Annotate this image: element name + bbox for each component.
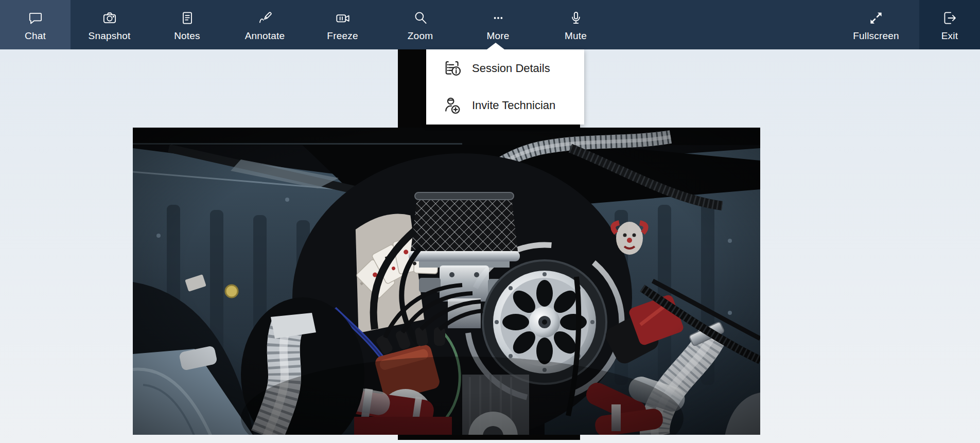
toolbar-item-annotate[interactable]: Annotate — [226, 0, 304, 49]
toolbar-item-freeze[interactable]: Freeze — [304, 0, 381, 49]
menu-item-label: Session Details — [472, 62, 550, 75]
mute-microphone-icon — [567, 9, 585, 27]
toolbar-item-label: Chat — [25, 31, 46, 41]
chat-icon — [27, 9, 44, 27]
toolbar-item-label: Exit — [941, 31, 958, 41]
toolbar-item-more[interactable]: More — [459, 0, 537, 49]
invite-technician-icon — [442, 95, 463, 116]
freeze-video-icon — [334, 9, 352, 27]
toolbar-item-label: More — [486, 31, 509, 41]
more-menu-arrow — [487, 43, 504, 49]
remote-support-session-window: Chat Snapshot Notes Annotate Freeze — [0, 0, 980, 443]
toolbar-item-zoom[interactable]: Zoom — [381, 0, 459, 49]
toolbar-item-label: Freeze — [327, 31, 358, 41]
snapshot-camera-icon — [101, 9, 118, 27]
annotate-pen-icon — [256, 9, 274, 27]
notes-icon — [179, 9, 196, 27]
toolbar-item-snapshot[interactable]: Snapshot — [71, 0, 148, 49]
exit-logout-icon — [941, 9, 958, 27]
zoom-magnifier-icon — [412, 9, 429, 27]
toolbar-item-label: Mute — [565, 31, 587, 41]
session-details-icon — [442, 58, 463, 79]
toolbar-item-label: Fullscreen — [853, 31, 899, 41]
toolbar-item-exit[interactable]: Exit — [919, 0, 980, 49]
toolbar-item-chat[interactable]: Chat — [0, 0, 71, 49]
toolbar-item-mute[interactable]: Mute — [537, 0, 615, 49]
toolbar-item-label: Annotate — [245, 31, 285, 41]
menu-item-label: Invite Technician — [472, 99, 555, 112]
toolbar-item-fullscreen[interactable]: Fullscreen — [833, 0, 919, 49]
toolbar-item-label: Notes — [174, 31, 200, 41]
toolbar-item-label: Zoom — [408, 31, 433, 41]
fullscreen-arrows-icon — [867, 9, 885, 27]
menu-item-invite-technician[interactable]: Invite Technician — [426, 90, 584, 121]
toolbar-item-label: Snapshot — [89, 31, 131, 41]
toolbar: Chat Snapshot Notes Annotate Freeze — [0, 0, 980, 49]
engine-bay-photo — [133, 128, 760, 435]
toolbar-item-notes[interactable]: Notes — [148, 0, 226, 49]
more-ellipsis-icon — [489, 9, 507, 27]
menu-item-session-details[interactable]: Session Details — [426, 52, 584, 84]
more-menu: Session Details Invite Technician — [426, 49, 584, 125]
toolbar-spacer — [615, 0, 833, 49]
